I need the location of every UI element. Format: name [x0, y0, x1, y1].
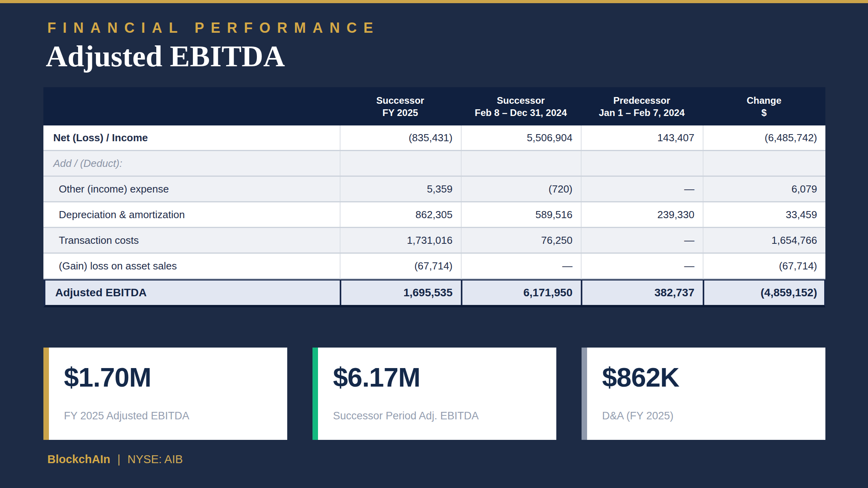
- column-header: SuccessorFeb 8 – Dec 31, 2024: [461, 87, 581, 125]
- row-value: 5,359: [340, 177, 461, 201]
- slide: FINANCIAL PERFORMANCE Adjusted EBITDA Su…: [0, 0, 868, 488]
- row-label: Net (Loss) / Income: [43, 125, 340, 150]
- column-header: Change$: [703, 87, 825, 125]
- row-value: 143,407: [581, 125, 703, 150]
- total-row-value: 1,695,535: [340, 280, 461, 305]
- row-value: [461, 151, 581, 176]
- section-eyebrow: FINANCIAL PERFORMANCE: [47, 20, 380, 36]
- column-header-line1: Successor: [497, 94, 544, 107]
- column-header-line2: Feb 8 – Dec 31, 2024: [475, 107, 567, 119]
- row-value: 1,731,016: [340, 228, 461, 252]
- kpi-card: $862KD&A (FY 2025): [582, 348, 825, 440]
- row-label: Add / (Deduct):: [43, 151, 340, 176]
- row-value: 862,305: [340, 202, 461, 227]
- company-logo-text: BlockchAIn: [47, 453, 110, 466]
- row-value: 6,079: [703, 177, 825, 201]
- row-value: (720): [461, 177, 581, 201]
- row-value: —: [581, 254, 703, 278]
- kpi-card-label: D&A (FY 2025): [602, 410, 673, 422]
- column-header-line2: $: [761, 107, 767, 119]
- total-row-value: 382,737: [581, 280, 703, 305]
- table-row: Transaction costs1,731,01676,250—1,654,7…: [43, 228, 825, 254]
- row-value: (835,431): [340, 125, 461, 150]
- table-body: Net (Loss) / Income(835,431)5,506,904143…: [43, 125, 825, 279]
- total-row-value: (4,859,152): [703, 280, 825, 305]
- table-row: Add / (Deduct):: [43, 151, 825, 177]
- row-value: (67,714): [703, 254, 825, 278]
- kpi-card: $6.17MSuccessor Period Adj. EBITDA: [312, 348, 556, 440]
- footer: BlockchAIn | NYSE: AIB: [47, 453, 183, 466]
- row-value: 76,250: [461, 228, 581, 252]
- row-value: —: [581, 177, 703, 201]
- table-row: Net (Loss) / Income(835,431)5,506,904143…: [43, 125, 825, 151]
- row-value: (67,714): [340, 254, 461, 278]
- column-header-line1: Predecessor: [613, 94, 670, 107]
- row-value: 1,654,766: [703, 228, 825, 252]
- kpi-card-value: $1.70M: [64, 362, 151, 393]
- row-value: 33,459: [703, 202, 825, 227]
- top-accent-bar: [0, 0, 868, 3]
- row-value: [581, 151, 703, 176]
- kpi-card-accent-bar: [43, 348, 49, 440]
- page-title: Adjusted EBITDA: [46, 41, 285, 71]
- column-header-line2: Jan 1 – Feb 7, 2024: [599, 107, 685, 119]
- kpi-card-label: Successor Period Adj. EBITDA: [333, 410, 479, 422]
- row-value: —: [581, 228, 703, 252]
- row-value: [340, 151, 461, 176]
- column-header: PredecessorJan 1 – Feb 7, 2024: [581, 87, 703, 125]
- table-total-row: Adjusted EBITDA1,695,5356,171,950382,737…: [43, 279, 825, 307]
- kpi-card-value: $6.17M: [333, 362, 420, 393]
- row-value: —: [461, 254, 581, 278]
- column-header-line1: Change: [746, 94, 781, 107]
- row-value: 5,506,904: [461, 125, 581, 150]
- row-value: [703, 151, 825, 176]
- column-header: SuccessorFY 2025: [340, 87, 461, 125]
- table-row: (Gain) loss on asset sales(67,714)——(67,…: [43, 254, 825, 279]
- table-row: Other (income) expense5,359(720)—6,079: [43, 177, 825, 202]
- total-row-label: Adjusted EBITDA: [45, 280, 340, 305]
- table-header-row: SuccessorFY 2025SuccessorFeb 8 – Dec 31,…: [43, 87, 825, 125]
- kpi-cards: $1.70MFY 2025 Adjusted EBITDA$6.17MSucce…: [43, 348, 825, 440]
- total-row-value: 6,171,950: [461, 280, 581, 305]
- column-header-line1: Successor: [376, 94, 424, 107]
- kpi-card-value: $862K: [602, 362, 679, 393]
- kpi-card-label: FY 2025 Adjusted EBITDA: [64, 410, 189, 422]
- row-label: Depreciation & amortization: [43, 202, 340, 227]
- footer-separator: |: [118, 453, 121, 466]
- kpi-card-accent-bar: [312, 348, 318, 440]
- row-label: Other (income) expense: [43, 177, 340, 201]
- row-label: (Gain) loss on asset sales: [43, 254, 340, 278]
- row-label: Transaction costs: [43, 228, 340, 252]
- adjusted-ebitda-table: SuccessorFY 2025SuccessorFeb 8 – Dec 31,…: [43, 87, 825, 307]
- row-value: 239,330: [581, 202, 703, 227]
- column-header-empty: [43, 87, 340, 125]
- column-header-line2: FY 2025: [382, 107, 418, 119]
- row-value: (6,485,742): [703, 125, 825, 150]
- row-value: 589,516: [461, 202, 581, 227]
- kpi-card: $1.70MFY 2025 Adjusted EBITDA: [43, 348, 287, 440]
- ticker-label: NYSE: AIB: [127, 453, 183, 466]
- table-row: Depreciation & amortization862,305589,51…: [43, 202, 825, 228]
- kpi-card-accent-bar: [582, 348, 587, 440]
